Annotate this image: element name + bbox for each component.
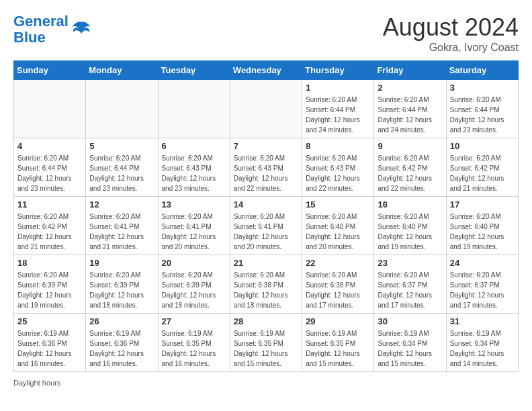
calendar-cell: 9Sunrise: 6:20 AM Sunset: 6:42 PM Daylig… [374, 138, 446, 197]
calendar-cell [158, 80, 230, 138]
day-detail: Sunrise: 6:20 AM Sunset: 6:41 PM Dayligh… [234, 212, 298, 252]
logo-text: General Blue [13, 13, 69, 46]
day-number: 4 [17, 141, 82, 151]
location-title: Gokra, Ivory Coast [383, 42, 519, 54]
calendar-week-row: 18Sunrise: 6:20 AM Sunset: 6:39 PM Dayli… [14, 255, 519, 314]
day-detail: Sunrise: 6:20 AM Sunset: 6:41 PM Dayligh… [162, 212, 226, 252]
calendar-cell: 5Sunrise: 6:20 AM Sunset: 6:44 PM Daylig… [86, 138, 158, 197]
day-number: 25 [17, 316, 82, 326]
day-detail: Sunrise: 6:20 AM Sunset: 6:42 PM Dayligh… [17, 212, 82, 252]
day-detail: Sunrise: 6:20 AM Sunset: 6:37 PM Dayligh… [450, 270, 515, 310]
calendar-day-header: Saturday [446, 61, 518, 80]
day-number: 28 [234, 316, 298, 326]
calendar-cell: 2Sunrise: 6:20 AM Sunset: 6:44 PM Daylig… [374, 80, 446, 138]
calendar-cell: 10Sunrise: 6:20 AM Sunset: 6:42 PM Dayli… [446, 138, 518, 197]
day-number: 3 [450, 83, 515, 93]
day-number: 15 [306, 199, 370, 210]
day-number: 16 [378, 199, 442, 210]
calendar-cell [230, 80, 302, 138]
calendar-cell: 17Sunrise: 6:20 AM Sunset: 6:40 PM Dayli… [446, 197, 518, 255]
day-number: 8 [306, 141, 370, 151]
day-number: 1 [306, 83, 370, 93]
day-number: 22 [306, 258, 370, 268]
calendar-cell: 4Sunrise: 6:20 AM Sunset: 6:44 PM Daylig… [14, 138, 86, 197]
calendar-cell: 31Sunrise: 6:19 AM Sunset: 6:34 PM Dayli… [446, 314, 518, 372]
logo: General Blue [13, 13, 91, 46]
day-detail: Sunrise: 6:20 AM Sunset: 6:42 PM Dayligh… [378, 153, 442, 193]
calendar-day-header: Monday [86, 61, 158, 80]
day-detail: Sunrise: 6:19 AM Sunset: 6:35 PM Dayligh… [234, 328, 298, 369]
day-detail: Sunrise: 6:20 AM Sunset: 6:43 PM Dayligh… [306, 153, 370, 193]
calendar-header-row: SundayMondayTuesdayWednesdayThursdayFrid… [14, 61, 519, 80]
day-detail: Sunrise: 6:19 AM Sunset: 6:36 PM Dayligh… [89, 328, 154, 369]
month-title: August 2024 [383, 13, 519, 42]
calendar-day-header: Sunday [14, 61, 86, 80]
day-detail: Sunrise: 6:20 AM Sunset: 6:44 PM Dayligh… [378, 95, 442, 135]
day-number: 27 [162, 316, 226, 326]
day-detail: Sunrise: 6:20 AM Sunset: 6:39 PM Dayligh… [162, 270, 226, 310]
day-detail: Sunrise: 6:20 AM Sunset: 6:38 PM Dayligh… [234, 270, 298, 310]
calendar-cell [86, 80, 158, 138]
day-detail: Sunrise: 6:20 AM Sunset: 6:40 PM Dayligh… [378, 212, 442, 252]
logo-bird-icon [71, 19, 91, 40]
footer-text: Daylight hours [13, 379, 60, 387]
day-detail: Sunrise: 6:20 AM Sunset: 6:41 PM Dayligh… [89, 212, 154, 252]
day-detail: Sunrise: 6:20 AM Sunset: 6:39 PM Dayligh… [89, 270, 154, 310]
day-detail: Sunrise: 6:20 AM Sunset: 6:43 PM Dayligh… [234, 153, 298, 193]
calendar-cell: 22Sunrise: 6:20 AM Sunset: 6:38 PM Dayli… [302, 255, 374, 314]
day-number: 6 [162, 141, 226, 151]
calendar-day-header: Wednesday [230, 61, 302, 80]
calendar-day-header: Thursday [302, 61, 374, 80]
calendar-cell: 21Sunrise: 6:20 AM Sunset: 6:38 PM Dayli… [230, 255, 302, 314]
calendar-cell: 19Sunrise: 6:20 AM Sunset: 6:39 PM Dayli… [86, 255, 158, 314]
day-detail: Sunrise: 6:19 AM Sunset: 6:35 PM Dayligh… [162, 328, 226, 369]
calendar-cell: 26Sunrise: 6:19 AM Sunset: 6:36 PM Dayli… [86, 314, 158, 372]
footer: Daylight hours [13, 379, 519, 387]
calendar-week-row: 4Sunrise: 6:20 AM Sunset: 6:44 PM Daylig… [14, 138, 519, 197]
day-number: 29 [306, 316, 370, 326]
day-number: 19 [89, 258, 154, 268]
calendar-cell: 14Sunrise: 6:20 AM Sunset: 6:41 PM Dayli… [230, 197, 302, 255]
day-number: 11 [17, 199, 82, 210]
day-detail: Sunrise: 6:20 AM Sunset: 6:44 PM Dayligh… [450, 95, 515, 135]
day-number: 23 [378, 258, 442, 268]
calendar-cell: 28Sunrise: 6:19 AM Sunset: 6:35 PM Dayli… [230, 314, 302, 372]
calendar-week-row: 1Sunrise: 6:20 AM Sunset: 6:44 PM Daylig… [14, 80, 519, 138]
calendar-cell: 7Sunrise: 6:20 AM Sunset: 6:43 PM Daylig… [230, 138, 302, 197]
day-number: 2 [378, 83, 442, 93]
page-header: General Blue August 2024 Gokra, Ivory Co… [13, 13, 519, 54]
day-number: 10 [450, 141, 515, 151]
day-detail: Sunrise: 6:20 AM Sunset: 6:44 PM Dayligh… [306, 95, 370, 135]
title-block: August 2024 Gokra, Ivory Coast [383, 13, 519, 54]
calendar-cell: 27Sunrise: 6:19 AM Sunset: 6:35 PM Dayli… [158, 314, 230, 372]
day-detail: Sunrise: 6:20 AM Sunset: 6:43 PM Dayligh… [162, 153, 226, 193]
day-detail: Sunrise: 6:19 AM Sunset: 6:34 PM Dayligh… [378, 328, 442, 369]
day-detail: Sunrise: 6:20 AM Sunset: 6:40 PM Dayligh… [306, 212, 370, 252]
day-detail: Sunrise: 6:20 AM Sunset: 6:44 PM Dayligh… [89, 153, 154, 193]
calendar-cell: 3Sunrise: 6:20 AM Sunset: 6:44 PM Daylig… [446, 80, 518, 138]
day-number: 24 [450, 258, 515, 268]
day-detail: Sunrise: 6:20 AM Sunset: 6:44 PM Dayligh… [17, 153, 82, 193]
calendar-cell: 13Sunrise: 6:20 AM Sunset: 6:41 PM Dayli… [158, 197, 230, 255]
calendar-week-row: 11Sunrise: 6:20 AM Sunset: 6:42 PM Dayli… [14, 197, 519, 255]
day-number: 14 [234, 199, 298, 210]
calendar-cell: 6Sunrise: 6:20 AM Sunset: 6:43 PM Daylig… [158, 138, 230, 197]
day-number: 17 [450, 199, 515, 210]
calendar-cell [14, 80, 86, 138]
day-detail: Sunrise: 6:20 AM Sunset: 6:39 PM Dayligh… [17, 270, 82, 310]
day-detail: Sunrise: 6:20 AM Sunset: 6:40 PM Dayligh… [450, 212, 515, 252]
calendar-table: SundayMondayTuesdayWednesdayThursdayFrid… [13, 60, 519, 372]
day-number: 30 [378, 316, 442, 326]
day-detail: Sunrise: 6:20 AM Sunset: 6:42 PM Dayligh… [450, 153, 515, 193]
day-number: 26 [89, 316, 154, 326]
calendar-day-header: Tuesday [158, 61, 230, 80]
calendar-cell: 15Sunrise: 6:20 AM Sunset: 6:40 PM Dayli… [302, 197, 374, 255]
calendar-cell: 1Sunrise: 6:20 AM Sunset: 6:44 PM Daylig… [302, 80, 374, 138]
day-number: 9 [378, 141, 442, 151]
calendar-cell: 8Sunrise: 6:20 AM Sunset: 6:43 PM Daylig… [302, 138, 374, 197]
calendar-cell: 12Sunrise: 6:20 AM Sunset: 6:41 PM Dayli… [86, 197, 158, 255]
day-number: 13 [162, 199, 226, 210]
calendar-cell: 23Sunrise: 6:20 AM Sunset: 6:37 PM Dayli… [374, 255, 446, 314]
day-number: 21 [234, 258, 298, 268]
day-detail: Sunrise: 6:20 AM Sunset: 6:37 PM Dayligh… [378, 270, 442, 310]
